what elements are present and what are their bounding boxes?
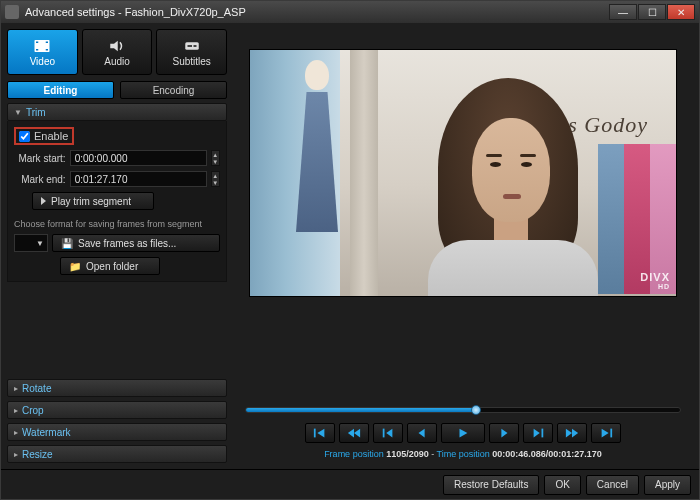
chevron-right-icon: ▸ (14, 406, 18, 415)
svg-marker-10 (317, 429, 324, 438)
svg-marker-16 (460, 429, 468, 438)
enable-highlight: Enable (14, 127, 74, 145)
svg-rect-9 (314, 429, 316, 438)
step-back-button[interactable] (407, 423, 437, 443)
section-trim-header[interactable]: ▼ Trim (7, 103, 227, 121)
titlebar[interactable]: Advanced settings - Fashion_DivX720p_ASP… (1, 1, 699, 23)
restore-defaults-button[interactable]: Restore Defaults (443, 475, 539, 495)
sidebar: Video Audio Subtitles Editing Encoding ▼ (7, 29, 227, 463)
choose-format-label: Choose format for saving frames from seg… (14, 219, 220, 229)
seek-thumb[interactable] (471, 405, 481, 415)
rewind-button[interactable] (339, 423, 369, 443)
chevron-down-icon: ▼ (14, 108, 22, 117)
mark-end-spinner[interactable]: ▲▼ (211, 171, 220, 187)
svg-marker-21 (572, 429, 578, 438)
app-icon (5, 5, 19, 19)
svg-marker-11 (348, 429, 354, 438)
cancel-button[interactable]: Cancel (586, 475, 639, 495)
window-title: Advanced settings - Fashion_DivX720p_ASP (25, 6, 246, 18)
svg-marker-22 (602, 429, 609, 438)
tab-video[interactable]: Video (7, 29, 78, 75)
close-button[interactable]: ✕ (667, 4, 695, 20)
chevron-right-icon: ▸ (14, 384, 18, 393)
mark-end-label: Mark end: (14, 174, 66, 185)
go-start-button[interactable] (305, 423, 335, 443)
svg-marker-20 (566, 429, 572, 438)
ok-button[interactable]: OK (544, 475, 580, 495)
svg-rect-19 (542, 429, 544, 438)
audio-icon (108, 38, 126, 54)
subtab-encoding[interactable]: Encoding (120, 81, 227, 99)
enable-label: Enable (34, 130, 68, 142)
video-icon (33, 38, 51, 54)
play-icon (41, 197, 46, 205)
svg-rect-23 (610, 429, 612, 438)
save-icon: 💾 (61, 238, 73, 249)
play-button[interactable] (441, 423, 485, 443)
svg-rect-8 (193, 45, 196, 47)
footer: Restore Defaults OK Cancel Apply (1, 469, 699, 499)
section-trim-body: Enable Mark start: ▲▼ Mark end: ▲▼ (7, 121, 227, 282)
format-dropdown[interactable]: ▼ (14, 234, 48, 252)
mark-start-spinner[interactable]: ▲▼ (211, 150, 220, 166)
tab-subtitles[interactable]: Subtitles (156, 29, 227, 75)
chevron-right-icon: ▸ (14, 428, 18, 437)
mark-end-input[interactable] (70, 171, 207, 187)
section-watermark-header[interactable]: ▸Watermark (7, 423, 227, 441)
svg-marker-18 (534, 429, 540, 438)
divx-watermark: DIVXHD (640, 272, 670, 290)
section-resize-header[interactable]: ▸Resize (7, 445, 227, 463)
enable-checkbox[interactable] (19, 131, 30, 142)
svg-marker-5 (110, 40, 118, 51)
svg-marker-14 (386, 429, 392, 438)
prev-frame-button[interactable] (373, 423, 403, 443)
play-trim-segment-button[interactable]: Play trim segment (32, 192, 154, 210)
mark-start-input[interactable] (70, 150, 207, 166)
video-preview[interactable]: s Godoy DIVXHD (249, 49, 677, 297)
main-panel: s Godoy DIVXHD (233, 29, 693, 463)
step-forward-button[interactable] (489, 423, 519, 443)
next-frame-button[interactable] (523, 423, 553, 443)
svg-rect-7 (187, 45, 192, 47)
seek-bar[interactable] (245, 407, 681, 413)
svg-rect-4 (46, 49, 48, 51)
go-end-button[interactable] (591, 423, 621, 443)
subtitles-icon (183, 38, 201, 54)
svg-rect-13 (383, 429, 385, 438)
section-crop-header[interactable]: ▸Crop (7, 401, 227, 419)
mark-start-label: Mark start: (14, 153, 66, 164)
save-frames-button[interactable]: 💾 Save frames as files... (52, 234, 220, 252)
tab-audio[interactable]: Audio (82, 29, 153, 75)
folder-icon: 📁 (69, 261, 81, 272)
minimize-button[interactable]: — (609, 4, 637, 20)
position-readout: Frame position 1105/2090 - Time position… (245, 449, 681, 459)
maximize-button[interactable]: ☐ (638, 4, 666, 20)
svg-marker-12 (354, 429, 360, 438)
apply-button[interactable]: Apply (644, 475, 691, 495)
fast-forward-button[interactable] (557, 423, 587, 443)
chevron-right-icon: ▸ (14, 450, 18, 459)
svg-marker-15 (419, 429, 425, 438)
advanced-settings-window: Advanced settings - Fashion_DivX720p_ASP… (0, 0, 700, 500)
open-folder-button[interactable]: 📁 Open folder (60, 257, 160, 275)
svg-rect-2 (36, 49, 38, 51)
preview-frame: s Godoy (250, 50, 676, 296)
subtab-editing[interactable]: Editing (7, 81, 114, 99)
svg-marker-17 (501, 429, 507, 438)
svg-rect-3 (46, 41, 48, 43)
section-rotate-header[interactable]: ▸Rotate (7, 379, 227, 397)
svg-rect-1 (36, 41, 38, 43)
